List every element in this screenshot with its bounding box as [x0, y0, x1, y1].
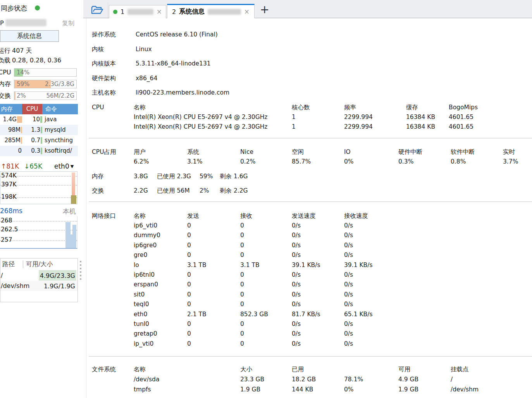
iface-received: 0 [240, 231, 292, 240]
iface-send-speed: 81.7 KB/s [292, 310, 344, 319]
tab1-title-redacted [127, 9, 153, 15]
iface-name: tunl0 [134, 319, 187, 329]
gridline-label: 268 [1, 217, 12, 224]
iface-receive-speed: 0/s [344, 300, 529, 309]
iface-send-speed: 0/s [292, 241, 344, 250]
iface-receive-speed: 0/s [344, 250, 529, 260]
iface-sent: 0 [187, 221, 240, 231]
column-divider[interactable] [23, 260, 23, 268]
cpu-usage-values: 6.2%3.1%0.2%85.7%0%0.3%0.8%3.7% [134, 157, 529, 167]
disk-row[interactable]: / 4.9G/23.3G [0, 270, 77, 281]
close-tab1-icon[interactable]: × [157, 9, 162, 15]
usage-header-cell: IO [344, 147, 398, 157]
iface-receive-speed: 0/s [344, 231, 529, 240]
process-memory: 98M [8, 125, 21, 135]
iface-sent: 0 [187, 290, 240, 300]
iface-received: 0 [240, 300, 292, 309]
fs-name: /dev/sda [134, 374, 240, 384]
cpu-table-rows: Intel(R) Xeon(R) CPU E5-2697 v4 @ 2.30GH… [134, 112, 529, 132]
gauge-detail: 56M/2.2G [46, 92, 74, 100]
usage-value-cell: 0.2% [240, 157, 292, 167]
info-value: li900-223.members.linode.com [136, 89, 229, 96]
load-row: 负载0.28, 0.28, 0.36 [0, 57, 63, 65]
swap-label: 交换 [92, 186, 104, 195]
copy-ip-button[interactable]: 复制 [62, 19, 74, 28]
usage-value-cell: 0.3% [398, 157, 451, 167]
swap-free: 剩余 2.2G [220, 186, 248, 196]
ping-target[interactable]: 本机 [63, 207, 76, 216]
gauge-row: CPU 14% [0, 68, 78, 77]
swap-total: 2.2G [134, 186, 148, 196]
iface-receive-speed: 0/s [344, 339, 529, 349]
iface-receive-speed: 0/s [344, 221, 529, 231]
cpu-section-label: CPU [92, 103, 104, 112]
filesystem-header-cell [344, 365, 398, 374]
info-label: 内核版本 [92, 59, 134, 68]
filesystem-header-cell: 可用 [398, 365, 451, 374]
iface-received: 852.3 GB [240, 310, 292, 319]
fs-mount-point: /dev/shm [451, 384, 529, 395]
network-header-cell: 接收 [240, 211, 292, 221]
process-col-command[interactable]: 命令 [42, 104, 78, 114]
close-tab2-icon[interactable]: × [244, 9, 250, 15]
open-folder-button[interactable] [86, 3, 108, 18]
tab-system-info-active[interactable]: 2 系统信息 × [167, 4, 255, 18]
usage-value-cell: 0.8% [451, 157, 503, 167]
process-row[interactable]: 285M 0.7 syncthing [0, 135, 78, 146]
gauge-bar: 59% 2.3G/3.8G [14, 80, 77, 88]
iface-name: erspan0 [134, 280, 187, 289]
gauge-detail: 2.3G/3.8G [45, 80, 74, 88]
process-command: ksoftirqd/ [42, 146, 78, 156]
gauge-label: 内存 [0, 80, 11, 88]
network-row: ip6_vti0 0 0 0/s 0/s [134, 221, 529, 231]
iface-received: 0 [240, 339, 292, 349]
iface-received: 0 [240, 241, 292, 250]
network-row: tunl0 0 0 0/s 0/s [134, 319, 529, 329]
network-row: ip_vti0 0 0 0/s 0/s [134, 339, 529, 349]
iface-send-speed: 0/s [292, 250, 344, 260]
disk-col-free-size[interactable]: 可用/大小 [26, 258, 53, 270]
gauge-percent: 14% [17, 69, 29, 76]
tab-session-1[interactable]: 1 × [109, 5, 166, 18]
iface-received: 0 [240, 329, 292, 339]
info-value: Linux [136, 46, 152, 53]
ping-latency-graph: 268 262.5 257 [0, 216, 77, 249]
memory-mini-bar [17, 116, 22, 123]
network-header-cell: 发送 [187, 211, 240, 221]
interface-dropdown[interactable]: eth0▼ [54, 162, 74, 170]
process-col-cpu-sorted[interactable]: CPU [22, 104, 42, 114]
iface-name: teql0 [134, 300, 187, 309]
iface-sent: 2.1 TB [187, 310, 240, 319]
network-header-cell: 接收速度 [344, 211, 529, 221]
iface-send-speed: 39.1 KB/s [292, 260, 344, 270]
process-memory: 0 [18, 146, 22, 156]
cpu-header-cell: 核心数 [292, 103, 344, 112]
disk-col-path[interactable]: 路径 [2, 258, 15, 270]
iface-receive-speed: 0/s [344, 319, 529, 329]
section-divider [89, 356, 532, 357]
disk-row[interactable]: /dev/shm 1.9G/1.9G [0, 281, 77, 291]
iface-sent: 0 [187, 250, 240, 260]
cpu-header-cell: BogoMips [449, 103, 529, 112]
cpu-frequency: 2299.994 [344, 112, 406, 122]
gridline-label: 198K [1, 193, 17, 200]
gauge-percent: 59% [17, 80, 29, 88]
iface-sent: 0 [187, 300, 240, 309]
process-row[interactable]: 0 0.3 ksoftirqd/ [0, 146, 78, 156]
panel-resize-handle[interactable] [80, 261, 82, 282]
system-info-button[interactable]: 系统信息 [0, 30, 59, 42]
filesystem-header-cell: 挂载点 [451, 365, 529, 374]
iface-send-speed: 0/s [292, 329, 344, 339]
iface-send-speed: 0/s [292, 270, 344, 280]
process-row[interactable]: 1.4G 10 java [0, 114, 78, 125]
filesystem-table-header: 名称大小已用可用挂载点 [134, 365, 529, 374]
fs-available: 4.9 GB [398, 374, 451, 384]
new-tab-button[interactable]: + [258, 2, 271, 16]
iface-send-speed: 0/s [292, 290, 344, 300]
fs-used: 144 KB [292, 384, 344, 395]
iface-received: 0 [240, 290, 292, 300]
gauge-label: 交换 [0, 91, 11, 100]
process-col-memory[interactable]: 内存 [0, 104, 22, 114]
disk-rows: / 4.9G/23.3G /dev/shm 1.9G/1.9G [0, 270, 77, 291]
process-row[interactable]: 98M 1.3 mysqld [0, 125, 78, 135]
